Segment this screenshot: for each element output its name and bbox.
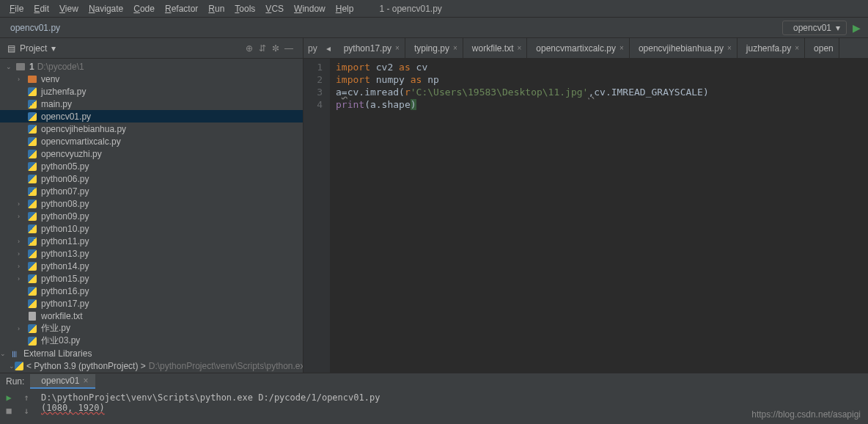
tab-label: typing.py: [414, 43, 449, 54]
tree-item[interactable]: ›python09.py: [0, 210, 303, 222]
tree-item[interactable]: ›python14.py: [0, 260, 303, 272]
tree-item[interactable]: opencvjihebianhua.py: [0, 123, 303, 135]
python-icon: [26, 261, 38, 271]
run-output[interactable]: D:\pythonProject\venv\Scripts\python.exe…: [35, 390, 868, 424]
python-icon: [26, 336, 38, 346]
tree-item-label: main.py: [41, 99, 72, 109]
python-icon: [26, 236, 38, 246]
editor-tabs: py ◂ python17.py×typing.py×workfile.txt×…: [304, 38, 868, 59]
run-label: Run:: [0, 376, 30, 387]
tree-item-label: opencvjihebianhua.py: [41, 124, 126, 134]
python-icon: [26, 324, 38, 334]
tree-item-label: python11.py: [41, 236, 89, 246]
tree-item-label: python16.py: [41, 286, 89, 296]
tree-item-label: venv: [41, 74, 59, 84]
python-icon: [26, 149, 38, 159]
menu-edit[interactable]: Edit: [29, 4, 54, 14]
hide-icon[interactable]: —: [282, 43, 295, 54]
close-icon[interactable]: ×: [453, 44, 457, 52]
python-env[interactable]: ⌄ < Python 3.9 (pythonProject) > D:\pyth…: [0, 359, 303, 372]
close-icon[interactable]: ×: [727, 44, 732, 52]
close-icon[interactable]: ×: [795, 44, 799, 52]
chevron-down-icon[interactable]: ▾: [51, 43, 56, 54]
tree-item[interactable]: python05.py: [0, 160, 303, 172]
tree-item[interactable]: opencvyuzhi.py: [0, 147, 303, 160]
python-icon: [26, 112, 38, 122]
tree-item[interactable]: python07.py: [0, 185, 303, 197]
close-icon[interactable]: ×: [83, 376, 88, 386]
menu-code[interactable]: Code: [128, 4, 160, 14]
tree-item[interactable]: python06.py: [0, 172, 303, 185]
editor-tab[interactable]: open: [805, 38, 839, 58]
editor-tab[interactable]: workfile.txt×: [463, 38, 528, 58]
project-sidebar: ▤ Project ▾ ⊕ ⇵ ✼ — ⌄ 1 D:\pycode\1 ›ven…: [0, 38, 304, 373]
breadcrumb[interactable]: opencv01.py: [7, 23, 60, 33]
tab-label: open: [814, 43, 834, 54]
tree-item[interactable]: python10.py: [0, 222, 303, 235]
gear-icon[interactable]: ✼: [269, 43, 282, 54]
tree-item[interactable]: opencvmartixcalc.py: [0, 135, 303, 147]
close-icon[interactable]: ×: [517, 44, 521, 52]
down-icon[interactable]: ↓: [23, 406, 29, 416]
tree-root[interactable]: ⌄ 1 D:\pycode\1: [0, 60, 303, 73]
python-icon: [26, 124, 38, 134]
run-button[interactable]: ▶: [853, 22, 861, 34]
tree-item-label: 作业.py: [41, 322, 70, 335]
python-icon: [26, 161, 38, 172]
menu-help[interactable]: Help: [331, 4, 359, 14]
tree-item-label: juzhenfa.py: [41, 87, 86, 97]
tree-item-label: python09.py: [41, 211, 89, 222]
editor-tab[interactable]: opencvmartixcalc.py×: [527, 38, 630, 58]
tree-item[interactable]: main.py: [0, 98, 303, 110]
locate-icon[interactable]: ⊕: [243, 43, 256, 54]
tree-item[interactable]: ›python11.py: [0, 235, 303, 247]
menu-window[interactable]: Window: [289, 4, 331, 14]
tree-item[interactable]: ›python13.py: [0, 247, 303, 260]
sidebar-title[interactable]: Project: [20, 43, 47, 54]
run-tab[interactable]: opencv01 ×: [30, 374, 95, 389]
python-icon: [26, 224, 38, 234]
code-area[interactable]: import cv2 as cv import numpy as np a=cv…: [330, 59, 709, 373]
tree-item[interactable]: opencv01.py: [0, 110, 303, 123]
tree-item[interactable]: python17.py: [0, 297, 303, 310]
up-icon[interactable]: ↑: [23, 392, 29, 403]
close-icon[interactable]: ×: [619, 44, 624, 52]
tree-item[interactable]: ›venv: [0, 73, 303, 85]
root-name: 1: [29, 62, 34, 72]
menu-refactor[interactable]: Refactor: [160, 4, 203, 14]
tree-item[interactable]: ›作业.py: [0, 322, 303, 335]
tabs-overflow-left[interactable]: py: [304, 43, 322, 54]
tabs-dropdown-icon[interactable]: ◂: [322, 43, 335, 54]
tree-item[interactable]: ›python15.py: [0, 272, 303, 285]
collapse-icon[interactable]: ⇵: [256, 43, 269, 54]
run-config-selector[interactable]: opencv01 ▾: [782, 21, 847, 35]
stop-icon[interactable]: ■: [6, 406, 11, 416]
editor-tab[interactable]: juzhenfa.py×: [738, 38, 805, 58]
menu-run[interactable]: Run: [203, 4, 229, 14]
menu-vcs[interactable]: VCS: [260, 4, 289, 14]
editor-tab[interactable]: opencvjihebianhua.py×: [630, 38, 738, 58]
menu-view[interactable]: View: [54, 4, 84, 14]
editor-tab[interactable]: python17.py×: [335, 38, 405, 58]
root-path: D:\pycode\1: [37, 62, 84, 72]
tab-label: workfile.txt: [472, 43, 514, 54]
tree-item-label: python06.py: [41, 174, 89, 184]
menu-navigate[interactable]: Navigate: [84, 4, 128, 14]
tree-item-label: python17.py: [41, 299, 89, 309]
menu-tools[interactable]: Tools: [229, 4, 260, 14]
chevron-down-icon: ▾: [836, 23, 840, 33]
tree-item[interactable]: ›python08.py: [0, 197, 303, 210]
tree-item-label: python14.py: [41, 261, 89, 271]
rerun-icon[interactable]: ▶: [6, 392, 11, 403]
run-toolbar: ▶ ■ ↑ ↓: [0, 390, 35, 424]
menu-file[interactable]: File: [4, 4, 29, 14]
tree-item[interactable]: 作业03.py: [0, 335, 303, 347]
tree-item[interactable]: python16.py: [0, 285, 303, 297]
close-icon[interactable]: ×: [395, 44, 400, 52]
project-tree[interactable]: ⌄ 1 D:\pycode\1 ›venvjuzhenfa.pymain.pyo…: [0, 59, 303, 373]
editor-tab[interactable]: typing.py×: [405, 38, 463, 58]
tree-item[interactable]: workfile.txt: [0, 310, 303, 322]
tree-item[interactable]: juzhenfa.py: [0, 85, 303, 98]
python-icon: [26, 299, 38, 309]
external-libraries[interactable]: ⌄ ⫼ External Libraries: [0, 347, 303, 359]
